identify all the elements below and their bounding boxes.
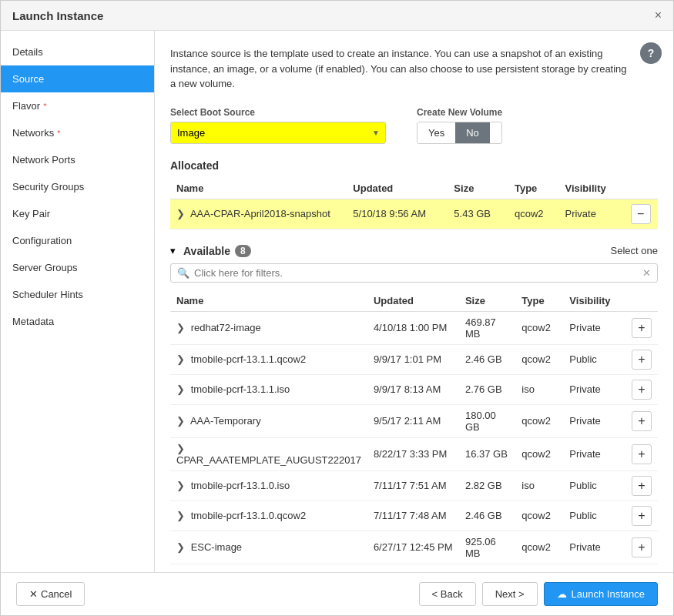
search-input[interactable] [194,267,642,279]
select-one-label: Select one [611,245,658,256]
col-header-name: Name [170,178,347,199]
row-name-text: AAA-Temporary [190,415,261,427]
row-action: + [625,374,658,404]
expand-icon[interactable]: ❯ [176,415,185,427]
row-type: qcow2 [515,500,563,531]
expand-icon[interactable]: ❯ [176,322,185,333]
row-updated: 7/11/17 7:51 AM [367,470,459,500]
expand-icon[interactable]: ❯ [176,443,185,454]
table-row: ❯ AAA-Temporary 9/5/17 2:11 AM 180.00 GB… [170,404,658,437]
expand-icon[interactable]: ❯ [176,383,185,395]
create-volume-group: Create New Volume Yes No [417,107,502,144]
sidebar-item-source[interactable]: Source [1,65,154,92]
available-title: Available 8 [183,245,251,257]
row-type: qcow2 [515,437,563,470]
expand-icon[interactable]: ❯ [176,208,185,219]
create-volume-no[interactable]: No [455,122,490,143]
col-header-size: Size [459,290,515,312]
row-name: ❯ redhat72-image [170,311,367,344]
sidebar-item-flavor[interactable]: Flavor * [1,92,154,119]
row-name: ❯ tmobile-pcrf-13.1.0.iso [170,470,367,500]
add-button[interactable]: + [632,411,652,431]
sidebar-item-server-groups[interactable]: Server Groups [1,254,154,281]
row-size: 5.43 GB [448,199,508,229]
sidebar-item-label: Network Ports [12,154,75,166]
add-button[interactable]: + [632,444,652,464]
sidebar-item-networks[interactable]: Networks * [1,119,154,146]
row-updated: 9/5/17 2:11 AM [367,404,459,437]
expand-icon[interactable]: ❯ [176,510,185,521]
add-button[interactable]: + [632,476,652,496]
add-button[interactable]: + [632,506,652,526]
sidebar-item-label: Source [12,73,44,85]
sidebar-item-label: Details [12,46,43,58]
row-size: 2.46 GB [459,500,515,531]
sidebar-item-metadata[interactable]: Metadata [1,308,154,335]
row-size: 469.87 MB [459,311,515,344]
row-name: ❯ tmobile-pcrf-13.1.1.iso [170,374,367,404]
footer-right: < Back Next > ☁ Launch Instance [419,582,658,606]
row-action: + [625,470,658,500]
table-row: ❯ CPAR_AAATEMPLATE_AUGUST222017 8/22/17 … [170,437,658,470]
cloud-icon: ☁ [557,588,567,600]
row-visibility: Public [563,344,625,374]
create-volume-yes[interactable]: Yes [417,122,455,143]
row-type: qcow2 [515,344,563,374]
col-header-action [625,290,658,312]
add-button[interactable]: + [632,350,652,370]
row-visibility: Private [563,404,625,437]
row-name-text: ESC-image [191,541,242,553]
sidebar-item-network-ports[interactable]: Network Ports [1,146,154,173]
boot-source-group: Select Boot Source Image Snapshot Volume… [170,107,386,144]
row-visibility: Private [558,199,624,229]
add-button[interactable]: + [632,380,652,400]
close-button[interactable]: × [655,8,662,22]
col-header-name: Name [170,290,367,312]
add-button[interactable]: + [632,537,652,557]
chevron-down-icon: ▾ [170,245,176,256]
table-row: ❯ tmobile-pcrf-13.1.1.qcow2 9/9/17 1:01 … [170,344,658,374]
expand-icon[interactable]: ❯ [176,480,185,491]
table-row: ❯ redhat72-image 4/10/18 1:00 PM 469.87 … [170,311,658,344]
remove-button[interactable]: − [631,204,651,224]
row-size: 925.06 MB [459,531,515,564]
row-name-text: AAA-CPAR-April2018-snapshot [190,208,330,219]
sidebar-item-label: Scheduler Hints [12,289,83,300]
row-name: ❯ ESC-image [170,531,367,564]
available-header-row: Name Updated Size Type Visibility [170,290,658,312]
expand-icon[interactable]: ❯ [176,353,185,365]
help-button[interactable]: ? [640,42,662,64]
col-header-visibility: Visibility [563,290,625,312]
next-button[interactable]: Next > [482,582,538,606]
row-visibility: Public [563,470,625,500]
allocated-table-body: ❯ AAA-CPAR-April2018-snapshot 5/10/18 9:… [170,199,658,229]
sidebar-item-key-pair[interactable]: Key Pair [1,200,154,227]
sidebar-item-label: Server Groups [12,262,78,273]
sidebar-item-configuration[interactable]: Configuration [1,227,154,254]
row-type: qcow2 [515,531,563,564]
add-button[interactable]: + [632,318,652,338]
row-action: + [625,344,658,374]
sidebar-item-security-groups[interactable]: Security Groups [1,173,154,200]
sidebar-item-details[interactable]: Details [1,38,154,65]
modal-body: Details Source Flavor * Networks * Netwo… [1,31,673,572]
col-header-visibility: Visibility [558,178,624,199]
clear-icon[interactable]: ✕ [642,267,651,279]
cancel-button[interactable]: ✕ Cancel [16,582,85,606]
available-label: Available [183,245,230,257]
create-volume-label: Create New Volume [417,107,502,118]
row-name-text: CPAR_AAATEMPLATE_AUGUST222017 [176,454,361,466]
modal-header: Launch Instance × [1,1,673,31]
row-updated: 7/11/17 7:48 AM [367,500,459,531]
search-bar: 🔍 ✕ [170,263,658,283]
sidebar-item-label: Key Pair [12,208,50,219]
launch-button[interactable]: ☁ Launch Instance [544,582,658,606]
expand-icon[interactable]: ❯ [176,541,185,553]
row-size: 2.46 GB [459,344,515,374]
modal-title: Launch Instance [12,9,103,22]
boot-source-select[interactable]: Image Snapshot Volume Volume Snapshot [170,122,386,144]
back-button[interactable]: < Back [419,582,476,606]
form-row: Select Boot Source Image Snapshot Volume… [170,107,658,144]
col-header-size: Size [448,178,508,199]
sidebar-item-scheduler-hints[interactable]: Scheduler Hints [1,281,154,308]
